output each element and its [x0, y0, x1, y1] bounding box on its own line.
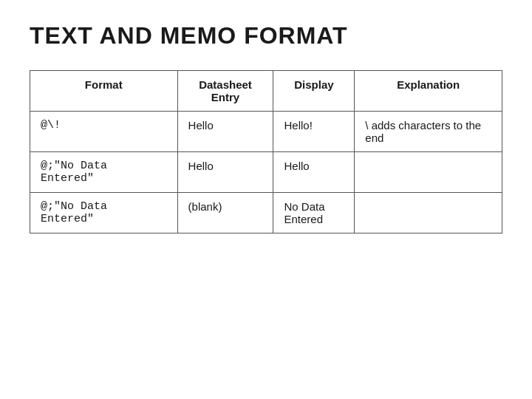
cell-display-1: Hello!	[273, 112, 355, 152]
cell-datasheet-3: (blank)	[177, 193, 273, 233]
cell-datasheet-2: Hello	[177, 152, 273, 193]
header-format: Format	[30, 71, 178, 112]
cell-format-2: @;"No Data Entered"	[30, 152, 178, 193]
cell-display-3: No Data Entered	[273, 193, 355, 233]
table-row: @\! Hello Hello! \ adds characters to th…	[30, 112, 502, 152]
cell-format-1: @\!	[30, 112, 178, 152]
table-row: @;"No Data Entered" (blank) No Data Ente…	[30, 193, 502, 233]
cell-datasheet-1: Hello	[177, 112, 273, 152]
cell-display-2: Hello	[273, 152, 355, 193]
page-title: TEXT AND MEMO FORMAT	[30, 22, 502, 50]
cell-explanation-3	[355, 193, 502, 233]
cell-explanation-1: \ adds characters to the end	[355, 112, 502, 152]
cell-format-3: @;"No Data Entered"	[30, 193, 178, 233]
header-display: Display	[273, 71, 355, 112]
table-row: @;"No Data Entered" Hello Hello	[30, 152, 502, 193]
format-table: Format Datasheet Entry Display Explanati…	[30, 70, 502, 233]
table-header-row: Format Datasheet Entry Display Explanati…	[30, 71, 502, 112]
header-explanation: Explanation	[355, 71, 502, 112]
header-datasheet: Datasheet Entry	[177, 71, 273, 112]
cell-explanation-2	[355, 152, 502, 193]
